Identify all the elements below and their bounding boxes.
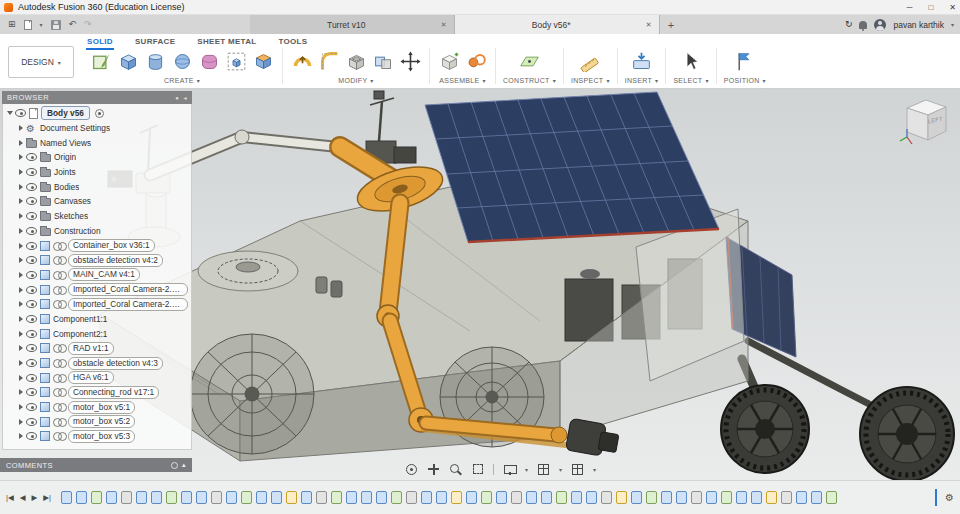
timeline-feature-icon[interactable] bbox=[721, 491, 732, 504]
item-label[interactable]: Document Settings bbox=[40, 123, 110, 133]
activate-component-radio[interactable] bbox=[95, 109, 104, 118]
visibility-eye-icon[interactable] bbox=[26, 168, 37, 176]
timeline-feature-icon[interactable] bbox=[691, 491, 702, 504]
job-status-icon[interactable]: ↻ bbox=[845, 15, 853, 34]
item-label[interactable]: Imported_Coral Camera-2.0 v... bbox=[68, 298, 188, 311]
capture-position-flag-icon[interactable] bbox=[733, 50, 757, 74]
timeline-feature-icon[interactable] bbox=[211, 491, 222, 504]
assemble-group-dropdown[interactable]: ASSEMBLE▾ bbox=[439, 77, 485, 84]
browser-tree-item[interactable]: Joints bbox=[3, 165, 191, 180]
timeline-feature-icon[interactable] bbox=[481, 491, 492, 504]
notifications-bell-icon[interactable] bbox=[859, 21, 867, 29]
timeline-feature-icon[interactable] bbox=[586, 491, 597, 504]
timeline-feature-icon[interactable] bbox=[406, 491, 417, 504]
construction-plane-icon[interactable] bbox=[517, 50, 541, 74]
display-settings-icon[interactable] bbox=[503, 463, 516, 476]
document-tab-body[interactable]: Body v56* ✕ bbox=[455, 15, 660, 34]
timeline-feature-icon[interactable] bbox=[286, 491, 297, 504]
timeline-feature-icon[interactable] bbox=[796, 491, 807, 504]
browser-tree-item[interactable]: Bodies bbox=[3, 179, 191, 194]
browser-tree-item[interactable]: motor_box v5:1 bbox=[3, 400, 191, 415]
create-cylinder-icon[interactable] bbox=[143, 50, 167, 74]
visibility-eye-icon[interactable] bbox=[26, 432, 37, 440]
create-group-dropdown[interactable]: CREATE▾ bbox=[164, 77, 200, 84]
fillet-icon[interactable] bbox=[317, 50, 341, 74]
browser-tree-item[interactable]: obstacle detection v4:3 bbox=[3, 356, 191, 371]
create-sphere-icon[interactable] bbox=[170, 50, 194, 74]
timeline-feature-icon[interactable] bbox=[826, 491, 837, 504]
create-sketch-icon[interactable] bbox=[89, 50, 113, 74]
item-label[interactable]: HGA v6:1 bbox=[68, 371, 114, 384]
browser-tree-item[interactable]: HGA v6:1 bbox=[3, 370, 191, 385]
file-menu-icon[interactable] bbox=[24, 20, 32, 30]
item-label[interactable]: Container_box v36:1 bbox=[68, 239, 155, 252]
expand-arrow-icon[interactable] bbox=[19, 301, 23, 307]
root-document-label[interactable]: Body v56 bbox=[41, 106, 90, 120]
timeline-feature-icon[interactable] bbox=[601, 491, 612, 504]
timeline-feature-icon[interactable] bbox=[106, 491, 117, 504]
user-name[interactable]: pavan karthik bbox=[893, 20, 944, 30]
orbit-icon[interactable] bbox=[405, 463, 418, 476]
timeline-skip-start-button[interactable]: |◀ bbox=[6, 493, 14, 502]
timeline-feature-icon[interactable] bbox=[226, 491, 237, 504]
browser-tree-item[interactable]: motor_box v5:2 bbox=[3, 414, 191, 429]
item-label[interactable]: Connecting_rod v17:1 bbox=[68, 386, 159, 399]
press-pull-icon[interactable] bbox=[290, 50, 314, 74]
viewcube[interactable]: LEFT bbox=[898, 93, 954, 149]
expand-arrow-icon[interactable] bbox=[19, 243, 23, 249]
position-group-dropdown[interactable]: POSITION▾ bbox=[724, 77, 766, 84]
timeline-feature-icon[interactable] bbox=[256, 491, 267, 504]
select-group-dropdown[interactable]: SELECT▾ bbox=[673, 77, 708, 84]
expand-arrow-icon[interactable] bbox=[19, 345, 23, 351]
item-label[interactable]: Component1:1 bbox=[53, 314, 107, 324]
browser-tree-item[interactable]: RAD v1:1 bbox=[3, 341, 191, 356]
item-label[interactable]: motor_box v5:3 bbox=[68, 430, 135, 443]
timeline-feature-icon[interactable] bbox=[811, 491, 822, 504]
timeline-feature-icon[interactable] bbox=[241, 491, 252, 504]
insert-icon[interactable] bbox=[630, 50, 654, 74]
browser-tree-item[interactable]: motor_box v5:3 bbox=[3, 429, 191, 444]
browser-root-item[interactable]: Body v56 bbox=[3, 106, 191, 121]
workspace-design-dropdown[interactable]: DESIGN ▾ bbox=[8, 46, 74, 78]
timeline-feature-icon[interactable] bbox=[466, 491, 477, 504]
expand-arrow-icon[interactable] bbox=[19, 213, 23, 219]
visibility-eye-icon[interactable] bbox=[26, 242, 37, 250]
timeline-feature-icon[interactable] bbox=[676, 491, 687, 504]
app-grid-menu-icon[interactable]: ⊞ bbox=[8, 15, 16, 34]
visibility-eye-icon[interactable] bbox=[26, 359, 37, 367]
visibility-eye-icon[interactable] bbox=[26, 286, 37, 294]
timeline-feature-icon[interactable] bbox=[496, 491, 507, 504]
visibility-eye-icon[interactable] bbox=[26, 183, 37, 191]
expand-arrow-icon[interactable] bbox=[19, 375, 23, 381]
timeline-feature-icon[interactable] bbox=[781, 491, 792, 504]
browser-tree-item[interactable]: Imported_Coral Camera-2.0 v... bbox=[3, 297, 191, 312]
item-label[interactable]: Component2:1 bbox=[53, 329, 107, 339]
timeline-feature-icon[interactable] bbox=[571, 491, 582, 504]
timeline-feature-icon[interactable] bbox=[301, 491, 312, 504]
timeline-feature-icon[interactable] bbox=[616, 491, 627, 504]
visibility-eye-icon[interactable] bbox=[26, 256, 37, 264]
viewports-icon[interactable] bbox=[571, 463, 584, 476]
item-label[interactable]: Canvases bbox=[54, 196, 91, 206]
joint-icon[interactable] bbox=[464, 50, 488, 74]
create-form-icon[interactable] bbox=[197, 50, 221, 74]
shell-icon[interactable] bbox=[344, 50, 368, 74]
item-label[interactable]: MAIN_CAM v4:1 bbox=[68, 268, 140, 281]
visibility-eye-icon[interactable] bbox=[26, 330, 37, 338]
visibility-eye-icon[interactable] bbox=[26, 374, 37, 382]
expand-arrow-icon[interactable] bbox=[19, 433, 23, 439]
timeline-feature-icon[interactable] bbox=[391, 491, 402, 504]
item-label[interactable]: Origin bbox=[54, 152, 76, 162]
timeline-feature-icon[interactable] bbox=[736, 491, 747, 504]
timeline-feature-icon[interactable] bbox=[316, 491, 327, 504]
item-label[interactable]: Joints bbox=[54, 167, 76, 177]
undo-icon[interactable]: ↶ bbox=[69, 15, 77, 34]
browser-collapse-icon[interactable]: ◂ bbox=[183, 94, 187, 101]
caret-down-icon[interactable]: ▾ bbox=[525, 466, 528, 473]
user-avatar[interactable] bbox=[874, 19, 886, 31]
item-label[interactable]: obstacle detection v4:3 bbox=[68, 357, 163, 370]
expand-arrow-icon[interactable] bbox=[19, 257, 23, 263]
new-tab-button[interactable]: + bbox=[660, 19, 682, 31]
create-derive-icon[interactable] bbox=[224, 50, 248, 74]
expand-arrow-icon[interactable] bbox=[19, 125, 23, 131]
